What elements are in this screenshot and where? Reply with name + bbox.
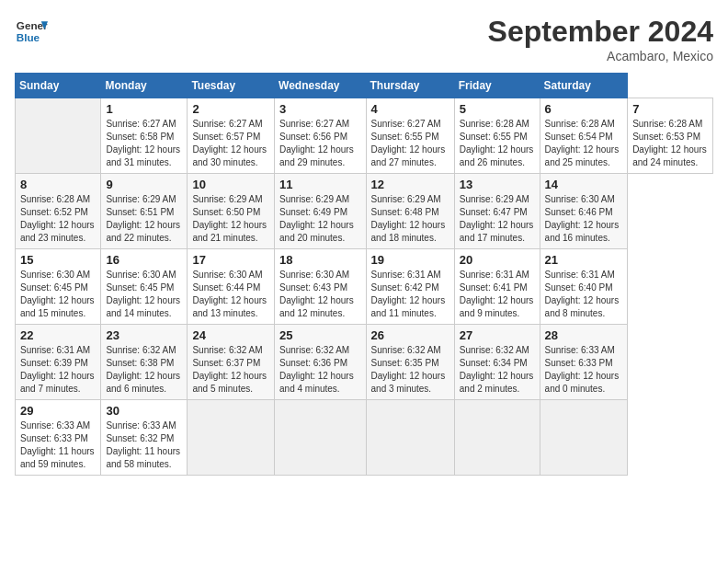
day-number: 1 xyxy=(106,102,182,116)
calendar-cell: 25Sunrise: 6:32 AM Sunset: 6:36 PM Dayli… xyxy=(275,325,367,400)
calendar-week-row: 15Sunrise: 6:30 AM Sunset: 6:45 PM Dayli… xyxy=(16,249,713,325)
calendar-cell: 2Sunrise: 6:27 AM Sunset: 6:57 PM Daylig… xyxy=(188,98,275,174)
day-number: 21 xyxy=(545,253,623,267)
day-detail: Sunrise: 6:28 AM Sunset: 6:55 PM Dayligh… xyxy=(460,118,535,169)
calendar-week-row: 1Sunrise: 6:27 AM Sunset: 6:58 PM Daylig… xyxy=(16,98,713,174)
day-number: 2 xyxy=(192,102,269,116)
calendar-cell: 11Sunrise: 6:29 AM Sunset: 6:49 PM Dayli… xyxy=(275,174,367,249)
calendar-cell: 3Sunrise: 6:27 AM Sunset: 6:56 PM Daylig… xyxy=(275,98,367,174)
day-number: 18 xyxy=(279,253,361,267)
calendar-cell: 15Sunrise: 6:30 AM Sunset: 6:45 PM Dayli… xyxy=(16,249,101,325)
day-header: Monday xyxy=(101,74,188,98)
day-detail: Sunrise: 6:30 AM Sunset: 6:44 PM Dayligh… xyxy=(192,269,269,320)
day-header: Wednesday xyxy=(275,74,367,98)
day-detail: Sunrise: 6:30 AM Sunset: 6:43 PM Dayligh… xyxy=(279,269,361,320)
day-number: 28 xyxy=(545,328,623,342)
day-detail: Sunrise: 6:32 AM Sunset: 6:35 PM Dayligh… xyxy=(371,344,449,396)
day-number: 7 xyxy=(632,102,708,116)
day-number: 23 xyxy=(106,328,182,342)
title-area: September 2024 Acambaro, Mexico xyxy=(488,15,713,63)
svg-text:Blue: Blue xyxy=(17,31,40,43)
day-number: 22 xyxy=(20,328,96,342)
day-number: 9 xyxy=(106,178,182,191)
calendar-cell: 5Sunrise: 6:28 AM Sunset: 6:55 PM Daylig… xyxy=(454,98,540,174)
day-header: Sunday xyxy=(16,74,101,98)
day-detail: Sunrise: 6:30 AM Sunset: 6:46 PM Dayligh… xyxy=(545,193,623,245)
calendar-week-row: 22Sunrise: 6:31 AM Sunset: 6:39 PM Dayli… xyxy=(16,325,713,400)
calendar-cell: 8Sunrise: 6:28 AM Sunset: 6:52 PM Daylig… xyxy=(16,174,101,249)
day-number: 14 xyxy=(545,178,623,191)
empty-cell xyxy=(16,98,101,174)
calendar-cell xyxy=(188,400,275,476)
day-number: 19 xyxy=(371,253,449,267)
day-detail: Sunrise: 6:32 AM Sunset: 6:38 PM Dayligh… xyxy=(106,344,182,396)
logo-icon: General Blue xyxy=(15,15,48,48)
calendar-cell: 7Sunrise: 6:28 AM Sunset: 6:53 PM Daylig… xyxy=(628,98,713,174)
day-detail: Sunrise: 6:29 AM Sunset: 6:48 PM Dayligh… xyxy=(371,193,449,245)
calendar-cell: 18Sunrise: 6:30 AM Sunset: 6:43 PM Dayli… xyxy=(275,249,367,325)
calendar-cell: 19Sunrise: 6:31 AM Sunset: 6:42 PM Dayli… xyxy=(366,249,454,325)
calendar-cell xyxy=(540,400,628,476)
calendar-cell: 6Sunrise: 6:28 AM Sunset: 6:54 PM Daylig… xyxy=(540,98,628,174)
calendar-title: September 2024 xyxy=(488,15,713,49)
day-detail: Sunrise: 6:29 AM Sunset: 6:51 PM Dayligh… xyxy=(106,193,182,245)
day-detail: Sunrise: 6:31 AM Sunset: 6:40 PM Dayligh… xyxy=(545,269,623,320)
day-number: 11 xyxy=(279,178,361,191)
day-number: 3 xyxy=(279,102,361,116)
day-number: 4 xyxy=(371,102,449,116)
calendar-header-row: SundayMondayTuesdayWednesdayThursdayFrid… xyxy=(16,74,713,98)
day-number: 6 xyxy=(545,102,623,116)
day-number: 5 xyxy=(460,102,535,116)
day-number: 24 xyxy=(192,328,269,342)
day-detail: Sunrise: 6:32 AM Sunset: 6:37 PM Dayligh… xyxy=(192,344,269,396)
day-number: 8 xyxy=(20,178,96,191)
day-header: Thursday xyxy=(366,74,454,98)
day-number: 26 xyxy=(371,328,449,342)
day-detail: Sunrise: 6:27 AM Sunset: 6:57 PM Dayligh… xyxy=(192,118,269,169)
calendar-table: SundayMondayTuesdayWednesdayThursdayFrid… xyxy=(15,73,713,476)
calendar-cell: 17Sunrise: 6:30 AM Sunset: 6:44 PM Dayli… xyxy=(188,249,275,325)
calendar-cell: 27Sunrise: 6:32 AM Sunset: 6:34 PM Dayli… xyxy=(454,325,540,400)
header: General Blue September 2024 Acambaro, Me… xyxy=(15,15,713,63)
day-detail: Sunrise: 6:29 AM Sunset: 6:47 PM Dayligh… xyxy=(460,193,535,245)
day-number: 17 xyxy=(192,253,269,267)
day-detail: Sunrise: 6:32 AM Sunset: 6:36 PM Dayligh… xyxy=(279,344,361,396)
day-number: 10 xyxy=(192,178,269,191)
day-detail: Sunrise: 6:32 AM Sunset: 6:34 PM Dayligh… xyxy=(460,344,535,396)
day-detail: Sunrise: 6:33 AM Sunset: 6:33 PM Dayligh… xyxy=(20,419,96,471)
day-detail: Sunrise: 6:28 AM Sunset: 6:52 PM Dayligh… xyxy=(20,193,96,245)
calendar-cell: 24Sunrise: 6:32 AM Sunset: 6:37 PM Dayli… xyxy=(188,325,275,400)
calendar-cell: 13Sunrise: 6:29 AM Sunset: 6:47 PM Dayli… xyxy=(454,174,540,249)
calendar-cell: 21Sunrise: 6:31 AM Sunset: 6:40 PM Dayli… xyxy=(540,249,628,325)
day-detail: Sunrise: 6:27 AM Sunset: 6:55 PM Dayligh… xyxy=(371,118,449,169)
day-number: 20 xyxy=(460,253,535,267)
calendar-cell: 9Sunrise: 6:29 AM Sunset: 6:51 PM Daylig… xyxy=(101,174,188,249)
calendar-subtitle: Acambaro, Mexico xyxy=(488,49,713,63)
day-number: 12 xyxy=(371,178,449,191)
day-header: Saturday xyxy=(540,74,628,98)
calendar-cell: 28Sunrise: 6:33 AM Sunset: 6:33 PM Dayli… xyxy=(540,325,628,400)
calendar-cell xyxy=(275,400,367,476)
day-number: 15 xyxy=(20,253,96,267)
day-number: 16 xyxy=(106,253,182,267)
day-detail: Sunrise: 6:28 AM Sunset: 6:53 PM Dayligh… xyxy=(632,118,708,169)
day-detail: Sunrise: 6:33 AM Sunset: 6:32 PM Dayligh… xyxy=(106,419,182,471)
day-detail: Sunrise: 6:31 AM Sunset: 6:41 PM Dayligh… xyxy=(460,269,535,320)
day-detail: Sunrise: 6:30 AM Sunset: 6:45 PM Dayligh… xyxy=(20,269,96,320)
day-number: 25 xyxy=(279,328,361,342)
day-number: 29 xyxy=(20,404,96,418)
day-detail: Sunrise: 6:33 AM Sunset: 6:33 PM Dayligh… xyxy=(545,344,623,396)
day-number: 27 xyxy=(460,328,535,342)
calendar-cell: 30Sunrise: 6:33 AM Sunset: 6:32 PM Dayli… xyxy=(101,400,188,476)
calendar-cell: 14Sunrise: 6:30 AM Sunset: 6:46 PM Dayli… xyxy=(540,174,628,249)
calendar-cell: 20Sunrise: 6:31 AM Sunset: 6:41 PM Dayli… xyxy=(454,249,540,325)
day-number: 30 xyxy=(106,404,182,418)
day-detail: Sunrise: 6:27 AM Sunset: 6:56 PM Dayligh… xyxy=(279,118,361,169)
day-header: Friday xyxy=(454,74,540,98)
calendar-cell: 26Sunrise: 6:32 AM Sunset: 6:35 PM Dayli… xyxy=(366,325,454,400)
day-detail: Sunrise: 6:29 AM Sunset: 6:50 PM Dayligh… xyxy=(192,193,269,245)
day-detail: Sunrise: 6:31 AM Sunset: 6:39 PM Dayligh… xyxy=(20,344,96,396)
day-detail: Sunrise: 6:27 AM Sunset: 6:58 PM Dayligh… xyxy=(106,118,182,169)
calendar-cell: 22Sunrise: 6:31 AM Sunset: 6:39 PM Dayli… xyxy=(16,325,101,400)
calendar-cell: 1Sunrise: 6:27 AM Sunset: 6:58 PM Daylig… xyxy=(101,98,188,174)
